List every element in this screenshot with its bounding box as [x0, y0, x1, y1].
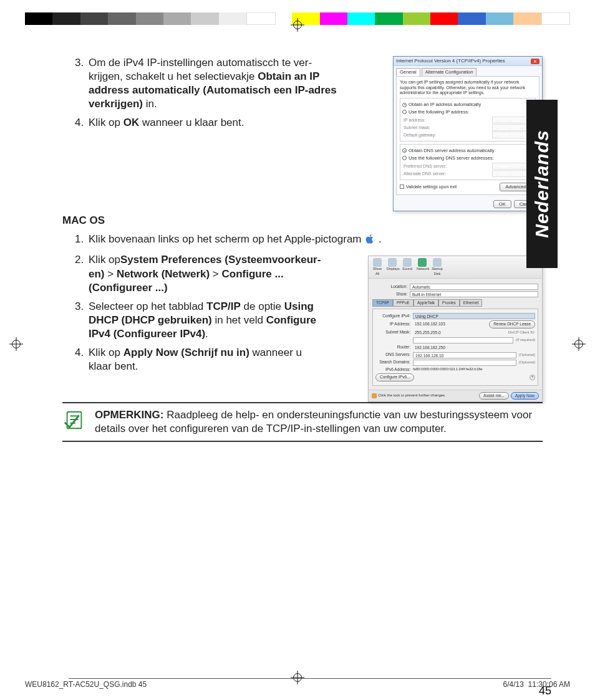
list-item: 3. Selecteer op het tabblad TCP/IP de op…	[75, 300, 324, 341]
toolbar-show-all[interactable]: Show All	[372, 258, 383, 276]
tab-pppoe[interactable]: PPPoE	[393, 299, 414, 307]
list-item: 1. Klik bovenaan links op het scherm op …	[75, 233, 543, 248]
assist-button[interactable]: Assist me...	[479, 392, 509, 400]
radio-use-dns[interactable]	[402, 156, 407, 160]
step-text: Klik op	[89, 117, 123, 128]
step-text: wanneer u klaar bent.	[139, 117, 244, 128]
step-text: Klik op	[89, 347, 123, 358]
tab-general[interactable]: General	[396, 68, 420, 76]
radio-use-ip-label: Use the following IP address:	[409, 109, 469, 115]
radio-use-ip[interactable]	[402, 110, 407, 114]
search-label: Search Domains:	[375, 360, 410, 365]
configure-label: Configure IPv4:	[375, 314, 410, 319]
registration-mark-icon	[571, 337, 586, 352]
ip-label: IP Address:	[375, 322, 410, 327]
help-icon[interactable]: ?	[530, 375, 535, 380]
step-text: in.	[143, 98, 157, 110]
tab-appletalk[interactable]: AppleTalk	[414, 299, 438, 307]
step-text: .	[205, 328, 208, 340]
step-text: Klik bovenaan links op het scherm op het…	[89, 233, 364, 245]
note-icon	[62, 408, 86, 432]
step-bold: Apply Now (Schrijf nu in)	[123, 347, 249, 358]
registration-mark-icon	[290, 17, 305, 32]
radio-obtain-dns-label: Obtain DNS server address automatically	[409, 148, 495, 154]
ip-value: 192.168.182.103	[413, 321, 486, 327]
validate-checkbox[interactable]	[400, 185, 404, 189]
step-text: de optie	[241, 300, 284, 312]
registration-mark-icon	[9, 337, 24, 352]
footer-file: WEU8162_RT-AC52U_QSG.indb 45	[25, 680, 147, 689]
dialog-title: Internet Protocol Version 4 (TCP/IPv4) P…	[396, 58, 505, 64]
radio-obtain-ip-label: Obtain an IP address automatically	[409, 102, 481, 108]
toolbar-displays[interactable]: Displays	[387, 258, 398, 276]
step-text: >	[105, 268, 117, 280]
ok-button[interactable]: OK	[493, 200, 511, 209]
apply-now-button[interactable]: Apply Now	[511, 392, 539, 400]
page-rule	[69, 678, 551, 679]
dialog-intro-text: You can get IP settings assigned automat…	[400, 80, 536, 95]
clientid-hint: (If required)	[516, 338, 535, 343]
close-icon[interactable]: ✕	[531, 59, 539, 64]
tab-ethernet[interactable]: Ethernet	[460, 299, 483, 307]
step-number: 2.	[75, 253, 84, 267]
location-select[interactable]: Automatic	[410, 284, 538, 290]
language-label: Nederlands	[531, 130, 553, 237]
router-value: 192.168.182.250	[413, 345, 535, 351]
radio-obtain-dns[interactable]	[402, 148, 407, 153]
step-number: 1.	[75, 233, 84, 246]
note-label: OPMERKING:	[95, 409, 164, 421]
step-text: >	[210, 268, 221, 280]
radio-use-dns-label: Use the following DNS server addresses:	[409, 155, 494, 161]
mac-network-dialog: Show All Displays Sound Network Startup …	[368, 256, 543, 401]
step-number: 4.	[75, 116, 84, 130]
subnet-label: Subnet mask:	[404, 125, 430, 130]
tab-alternate[interactable]: Alternate Configuration	[422, 68, 477, 76]
toolbar-network[interactable]: Network	[417, 258, 428, 276]
list-item: 2. Klik opSystem Preferences (Systeemvoo…	[75, 253, 324, 294]
macos-heading: MAC OS	[62, 211, 543, 228]
radio-obtain-ip[interactable]	[402, 103, 407, 107]
search-field[interactable]	[413, 360, 516, 366]
dns-label: DNS Servers:	[375, 352, 410, 357]
list-item: 4. Klik op Apply Now (Schrijf nu in) wan…	[75, 346, 324, 373]
lock-text: Click the lock to prevent further change…	[378, 393, 446, 398]
alt-dns-label: Alternate DNS server:	[404, 171, 446, 176]
location-label: Location:	[372, 284, 407, 289]
list-item: 3. Om de iPv4 IP-instellingen automatisc…	[75, 56, 337, 111]
list-item: 4. Klik op OK wanneer u klaar bent.	[75, 116, 337, 130]
ip-address-label: IP address:	[404, 117, 425, 123]
step-text: Klik op	[89, 254, 120, 266]
renew-lease-button[interactable]: Renew DHCP Lease	[489, 320, 535, 328]
tab-tcpip[interactable]: TCP/IP	[372, 299, 393, 307]
tab-proxies[interactable]: Proxies	[438, 299, 460, 307]
ipv6-value: fe80:0000:0000:0000:0211:24ff:fe32:b18e	[413, 367, 483, 372]
apple-icon	[364, 233, 375, 248]
subnet-value: 255.255.255.0	[413, 330, 506, 336]
step-text: .	[379, 233, 382, 245]
footer-date: 6/4/13	[503, 680, 524, 689]
show-select[interactable]: Built-in Ethernet	[410, 291, 538, 297]
toolbar-startup[interactable]: Startup Disk	[432, 258, 443, 276]
step-bold: Network (Netwerk)	[117, 268, 210, 280]
step-text: in het veld	[212, 314, 266, 326]
toolbar-sound[interactable]: Sound	[402, 258, 413, 276]
configure-ipv6-button[interactable]: Configure IPv6...	[375, 373, 414, 381]
subnet-label: Subnet Mask:	[375, 330, 410, 335]
optional-hint: (Optional)	[519, 360, 535, 365]
validate-label: Validate settings upon exit	[406, 184, 457, 189]
show-label: Show:	[372, 292, 407, 297]
clientid-field[interactable]	[413, 337, 513, 343]
dns-field[interactable]: 192.168.128.10	[413, 352, 516, 358]
clientid-label: DHCP Client ID:	[508, 330, 535, 335]
step-number: 4.	[75, 346, 84, 360]
step-number: 3.	[75, 56, 84, 70]
pref-dns-label: Preferred DNS server:	[404, 163, 447, 169]
optional-hint: (Optional)	[519, 353, 535, 358]
step-text: Selecteer op het tabblad	[89, 300, 206, 312]
router-label: Router:	[375, 345, 410, 350]
gateway-label: Default gateway:	[404, 132, 436, 138]
note-block: OPMERKING: Raadpleeg de help- en onderst…	[62, 402, 543, 442]
windows-ipv4-dialog: Internet Protocol Version 4 (TCP/IPv4) P…	[393, 56, 543, 211]
configure-select[interactable]: Using DHCP	[413, 313, 535, 319]
lock-icon[interactable]	[372, 393, 377, 398]
